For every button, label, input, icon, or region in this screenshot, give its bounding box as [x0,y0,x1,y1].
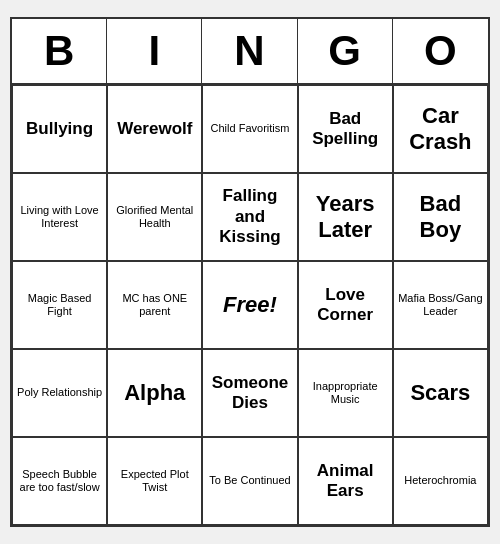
bingo-cell-3[interactable]: Bad Spelling [298,85,393,173]
bingo-cell-23[interactable]: Animal Ears [298,437,393,525]
bingo-cell-16[interactable]: Alpha [107,349,202,437]
bingo-cell-18[interactable]: Inappropriate Music [298,349,393,437]
bingo-cell-10[interactable]: Magic Based Fight [12,261,107,349]
bingo-cell-5[interactable]: Living with Love Interest [12,173,107,261]
bingo-cell-14[interactable]: Mafia Boss/Gang Leader [393,261,488,349]
bingo-letter: O [393,19,488,83]
bingo-cell-15[interactable]: Poly Relationship [12,349,107,437]
bingo-cell-24[interactable]: Heterochromia [393,437,488,525]
bingo-cell-1[interactable]: Werewolf [107,85,202,173]
bingo-cell-11[interactable]: MC has ONE parent [107,261,202,349]
bingo-header: BINGO [12,19,488,85]
bingo-cell-19[interactable]: Scars [393,349,488,437]
bingo-cell-0[interactable]: Bullying [12,85,107,173]
bingo-cell-12[interactable]: Free! [202,261,297,349]
bingo-cell-17[interactable]: Someone Dies [202,349,297,437]
bingo-cell-9[interactable]: Bad Boy [393,173,488,261]
bingo-cell-13[interactable]: Love Corner [298,261,393,349]
bingo-cell-20[interactable]: Speech Bubble are too fast/slow [12,437,107,525]
bingo-letter: N [202,19,297,83]
bingo-cell-4[interactable]: Car Crash [393,85,488,173]
bingo-cell-2[interactable]: Child Favoritism [202,85,297,173]
bingo-cell-7[interactable]: Falling and Kissing [202,173,297,261]
bingo-letter: B [12,19,107,83]
bingo-letter: G [298,19,393,83]
bingo-letter: I [107,19,202,83]
bingo-cell-8[interactable]: Years Later [298,173,393,261]
bingo-cell-21[interactable]: Expected Plot Twist [107,437,202,525]
bingo-cell-6[interactable]: Glorified Mental Health [107,173,202,261]
bingo-grid: BullyingWerewolfChild FavoritismBad Spel… [12,85,488,525]
bingo-card: BINGO BullyingWerewolfChild FavoritismBa… [10,17,490,527]
bingo-cell-22[interactable]: To Be Continued [202,437,297,525]
